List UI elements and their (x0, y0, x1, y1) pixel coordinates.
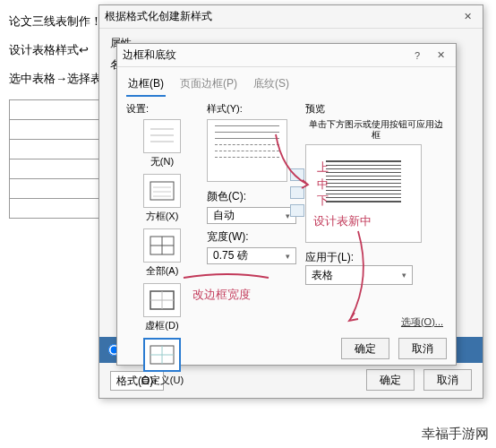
watermark: 幸福手游网 (422, 426, 489, 443)
preset-custom[interactable]: 自定义(U) (126, 338, 198, 387)
tab-shading[interactable]: 底纹(S) (252, 73, 291, 97)
tab-page-borders[interactable]: 页面边框(P) (178, 73, 239, 97)
width-combo[interactable]: 0.75 磅 ▾ (207, 247, 296, 264)
borders-dialog-titlebar: 边框和底纹 ? ✕ (117, 44, 456, 67)
edge-toggle-top[interactable] (290, 168, 304, 181)
svg-rect-3 (150, 182, 174, 200)
ok-button[interactable]: 确定 (341, 338, 389, 359)
preview-hint: 单击下方图示或使用按钮可应用边框 (305, 119, 447, 141)
chevron-down-icon: ▾ (286, 252, 290, 261)
edge-toggle-bottom[interactable] (290, 204, 304, 217)
preset-grid-icon (143, 283, 181, 317)
settings-label: 设置: (126, 102, 198, 116)
apply-to-label: 应用于(L): (305, 250, 354, 265)
tab-bar: 边框(B) 页面边框(P) 底纹(S) (117, 67, 456, 97)
preset-box-icon (143, 174, 181, 208)
color-label: 颜色(C): (207, 189, 296, 204)
help-icon[interactable]: ? (407, 47, 427, 64)
line-style-list[interactable] (207, 119, 287, 182)
cancel-button[interactable]: 取消 (398, 338, 447, 359)
tab-borders[interactable]: 边框(B) (126, 73, 166, 97)
preset-grid[interactable]: 虚框(D) (126, 283, 198, 332)
apply-to-combo[interactable]: 表格 ▾ (305, 265, 413, 285)
options-button[interactable]: 选项(O)... (401, 315, 443, 329)
borders-shading-dialog: 边框和底纹 ? ✕ 边框(B) 页面边框(P) 底纹(S) 设置: 无(N) (116, 43, 457, 366)
preset-custom-icon (143, 338, 181, 372)
style-dialog-title: 根据格式化创建新样式 (105, 9, 212, 24)
preset-box[interactable]: 方框(X) (126, 174, 198, 223)
chevron-down-icon: ▾ (402, 271, 406, 280)
preset-none[interactable]: 无(N) (126, 119, 198, 168)
preset-all[interactable]: 全部(A) (126, 228, 198, 278)
close-icon[interactable]: ✕ (458, 9, 477, 25)
style-dialog-titlebar: 根据格式化创建新样式 ✕ (99, 5, 483, 29)
borders-dialog-title: 边框和底纹 (123, 47, 176, 63)
width-label: 宽度(W): (207, 229, 296, 245)
preset-all-icon (143, 228, 181, 263)
edge-toggle-mid[interactable] (290, 186, 304, 199)
preset-none-icon (143, 119, 181, 153)
close-icon[interactable]: ✕ (431, 47, 450, 64)
preview-label: 预览 (305, 102, 447, 116)
border-preview[interactable] (305, 144, 422, 243)
color-combo[interactable]: 自动 ▾ (207, 207, 296, 224)
style-label: 样式(Y): (207, 102, 296, 116)
